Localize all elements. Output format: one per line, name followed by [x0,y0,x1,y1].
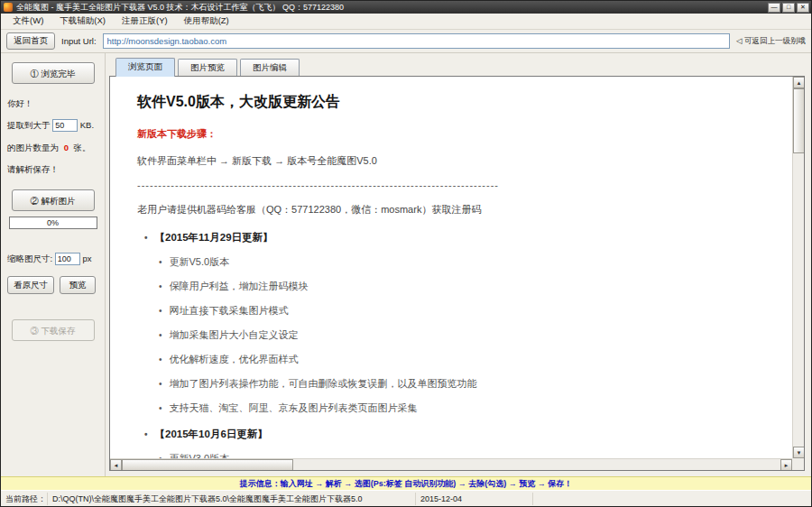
thumb-size-unit: px [82,254,91,263]
image-count-line: 的图片数量为 0 张。 [7,142,98,153]
image-count-prefix: 的图片数量为 [7,143,59,152]
url-input[interactable] [103,33,731,49]
preview-button[interactable]: 预览 [60,276,96,294]
thumb-size-line: 缩略图尺寸: px [7,253,98,265]
update-log-list: 【2015年11月29日更新】 更新V5.0版本 保障用户利益，增加注册码模块 … [137,231,781,458]
app-window: 全能魔图 - 魔手美工全能图片下载器 V5.0 技术：木石设计工作室（飞飞） Q… [0,0,812,507]
divider-dashes: ----------------------------------------… [137,180,781,190]
status-path-label: 当前路径： [1,493,48,505]
update-item: 支持天猫、淘宝、阿里、京东及图片列表类页面图片采集 [159,401,781,415]
old-user-notice: 老用户请提供机器码给客服（QQ：577122380，微信：mosmark）获取注… [137,203,781,217]
download-save-button: ③ 下载保存 [12,319,95,341]
download-steps-text: 软件界面菜单栏中 → 新版下载 → 版本号全能魔图V5.0 [137,154,781,168]
update-date-heading: 【2015年11月29日更新】 [144,231,781,244]
update-item: 增加了图片列表操作功能，可自由删除或恢复误删，以及单图预览功能 [159,377,781,391]
preview-buttons-row: 看原尺寸 预览 [7,276,98,294]
original-size-button[interactable]: 看原尺寸 [7,276,54,294]
update-item: 增加采集图片大小自定义设定 [159,328,781,342]
thumb-size-label: 缩略图尺寸: [7,254,52,263]
update-item: 优化解析速度，优化界面样式 [159,353,781,366]
hint-bar: 提示信息：输入网址 → 解析 → 选图(Ps:标签 自动识别功能) → 去除(勾… [1,476,811,490]
menu-bar: 文件(W) 下载辅助(X) 注册正版(Y) 使用帮助(Z) [1,14,811,30]
menu-register[interactable]: 注册正版(Y) [114,14,176,29]
page-title: 软件V5.0版本，大改版更新公告 [137,93,781,112]
horizontal-scrollbar[interactable]: ◄ ► [110,458,792,470]
scroll-left-icon[interactable]: ◄ [110,459,122,471]
browse-done-button[interactable]: ① 浏览完毕 [12,62,95,84]
min-size-input[interactable] [52,119,78,132]
back-hint-text: ◁ 可返回上一级别哦 [736,36,806,47]
tab-image-edit[interactable]: 图片编辑 [240,59,300,77]
extract-size-prefix: 提取到大于 [7,120,51,130]
minimize-button[interactable]: — [768,3,780,13]
status-path-value: D:\QQ(TN)\全能魔图魔手美工全能图片下载器5.0\全能魔图魔手美工全能图… [48,493,416,505]
update-item: 网址直接下载采集图片模式 [159,304,781,318]
parse-images-button[interactable]: ② 解析图片 [12,189,95,211]
maximize-button[interactable]: □ [782,3,795,13]
status-bar: 当前路径： D:\QQ(TN)\全能魔图魔手美工全能图片下载器5.0\全能魔图魔… [1,490,811,506]
tab-strip: 浏览页面 图片预览 图片编辑 [109,57,805,76]
vertical-scrollbar[interactable]: ▲ ▼ [792,77,804,458]
extract-size-line: 提取到大于 KB. [7,119,98,132]
action-hint-text: 请解析保存！ [7,163,98,175]
title-bar: 全能魔图 - 魔手美工全能图片下载器 V5.0 技术：木石设计工作室（飞飞） Q… [1,1,811,14]
image-count-value: 0 [61,143,71,152]
scroll-down-icon[interactable]: ▼ [793,447,805,458]
horizontal-scroll-thumb[interactable] [122,459,293,471]
content-area: 浏览页面 图片预览 图片编辑 软件V5.0版本，大改版更新公告 新版本下载步骤：… [106,53,811,476]
tab-browse-page[interactable]: 浏览页面 [115,58,175,77]
vertical-scroll-thumb[interactable] [793,88,805,153]
embedded-browser: 软件V5.0版本，大改版更新公告 新版本下载步骤： 软件界面菜单栏中 → 新版下… [109,76,805,471]
greeting-text: 你好！ [7,97,98,109]
extract-size-unit: KB. [80,120,94,130]
scroll-right-icon[interactable]: ► [780,459,792,471]
parse-progress-bar: 0% [9,217,97,229]
url-toolbar: 返回首页 Input Url: ◁ 可返回上一级别哦 [1,30,811,53]
scrollbar-corner [792,458,804,470]
tab-image-preview[interactable]: 图片预览 [178,59,237,77]
menu-download-assist[interactable]: 下载辅助(X) [51,14,114,29]
update-date-heading: 【2015年10月6日更新】 [144,428,781,441]
download-steps-heading: 新版本下载步骤： [137,127,781,141]
main-area: ① 浏览完毕 你好！ 提取到大于 KB. 的图片数量为 0 张。 请解析保存！ … [1,53,811,476]
control-sidebar: ① 浏览完毕 你好！ 提取到大于 KB. 的图片数量为 0 张。 请解析保存！ … [1,53,106,476]
status-date: 2015-12-04 [416,493,533,505]
menu-file[interactable]: 文件(W) [5,14,51,29]
image-count-unit: 张。 [74,143,91,152]
update-item: 更新V5.0版本 [159,255,781,269]
menu-help[interactable]: 使用帮助(Z) [176,14,237,29]
close-button[interactable]: ✕ [797,3,809,13]
home-button[interactable]: 返回首页 [6,32,55,50]
scroll-up-icon[interactable]: ▲ [793,77,805,88]
window-title: 全能魔图 - 魔手美工全能图片下载器 V5.0 技术：木石设计工作室（飞飞） Q… [16,2,766,14]
app-icon [4,3,13,12]
update-item: 保障用户利益，增加注册码模块 [159,280,781,293]
url-input-label: Input Url: [61,36,97,46]
thumb-size-input[interactable] [55,253,80,265]
update-item: 更新V3.0版本 [159,452,781,458]
status-filler [533,493,811,505]
announcement-page: 软件V5.0版本，大改版更新公告 新版本下载步骤： 软件界面菜单栏中 → 新版下… [110,77,792,458]
